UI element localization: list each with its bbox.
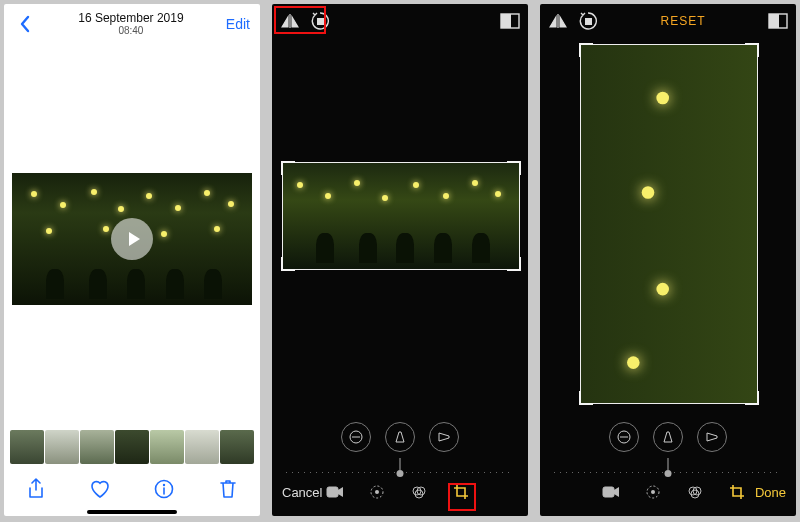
photos-viewer-screen: 16 September 2019 08:40 Edit — [4, 4, 260, 516]
trash-icon[interactable] — [217, 478, 239, 500]
crop-tab-icon[interactable] — [727, 482, 747, 502]
video-tab-icon[interactable] — [601, 482, 621, 502]
crop-canvas[interactable] — [540, 38, 796, 418]
cancel-button[interactable]: Cancel — [282, 485, 322, 500]
thumbnail[interactable] — [80, 430, 114, 464]
crop-frame[interactable] — [580, 44, 758, 404]
aspect-ratio-icon[interactable] — [500, 11, 520, 31]
svg-rect-12 — [585, 18, 592, 25]
thumbnail[interactable] — [150, 430, 184, 464]
crop-handle[interactable] — [745, 391, 759, 405]
crop-editor-portrait-screen: RESET — [540, 4, 796, 516]
perspective-horizontal-icon[interactable] — [429, 422, 459, 452]
edit-button[interactable]: Edit — [226, 16, 250, 32]
done-button[interactable]: Done — [755, 485, 786, 500]
play-icon[interactable] — [111, 218, 153, 260]
rotate-icon[interactable] — [310, 11, 330, 31]
crop-editor-landscape-screen: Cancel — [272, 4, 528, 516]
perspective-vertical-icon[interactable] — [385, 422, 415, 452]
svg-rect-16 — [603, 487, 614, 497]
straighten-icon[interactable] — [341, 422, 371, 452]
svg-point-8 — [375, 490, 379, 494]
thumbnail[interactable] — [10, 430, 44, 464]
perspective-vertical-icon[interactable] — [653, 422, 683, 452]
crop-handle[interactable] — [281, 257, 295, 271]
svg-rect-4 — [501, 14, 511, 28]
editor-header — [272, 4, 528, 38]
filters-tab-icon[interactable] — [409, 482, 429, 502]
editor-bottom-bar: Cancel — [272, 474, 528, 510]
adjust-tab-icon[interactable] — [643, 482, 663, 502]
crop-handle[interactable] — [579, 43, 593, 57]
filters-tab-icon[interactable] — [685, 482, 705, 502]
header: 16 September 2019 08:40 Edit — [4, 4, 260, 44]
flip-horizontal-icon[interactable] — [280, 11, 300, 31]
thumbnail[interactable] — [220, 430, 254, 464]
rotate-icon[interactable] — [578, 11, 598, 31]
crop-handle[interactable] — [507, 257, 521, 271]
thumbnail[interactable] — [45, 430, 79, 464]
media-viewport[interactable] — [4, 44, 260, 434]
svg-rect-6 — [327, 487, 338, 497]
svg-point-1 — [163, 484, 165, 486]
crop-handle[interactable] — [507, 161, 521, 175]
thumbnail-strip[interactable] — [4, 430, 260, 464]
date-label: 16 September 2019 — [78, 11, 183, 25]
straighten-icon[interactable] — [609, 422, 639, 452]
editor-bottom-bar: Done — [540, 474, 796, 510]
adjust-buttons — [540, 422, 796, 452]
share-icon[interactable] — [25, 478, 47, 500]
bottom-toolbar — [4, 474, 260, 504]
thumbnail[interactable] — [185, 430, 219, 464]
info-icon[interactable] — [153, 478, 175, 500]
adjust-buttons — [272, 422, 528, 452]
svg-rect-2 — [317, 18, 324, 25]
svg-rect-14 — [769, 14, 779, 28]
video-preview[interactable] — [12, 173, 252, 305]
svg-point-18 — [651, 490, 655, 494]
heart-icon[interactable] — [89, 478, 111, 500]
title-block: 16 September 2019 08:40 — [78, 11, 183, 37]
flip-horizontal-icon[interactable] — [548, 11, 568, 31]
thumbnail[interactable] — [115, 430, 149, 464]
editor-header: RESET — [540, 4, 796, 38]
back-button[interactable] — [14, 13, 36, 35]
home-indicator[interactable] — [87, 510, 177, 514]
video-tab-icon[interactable] — [325, 482, 345, 502]
aspect-ratio-icon[interactable] — [768, 11, 788, 31]
adjust-tab-icon[interactable] — [367, 482, 387, 502]
crop-handle[interactable] — [281, 161, 295, 175]
crop-handle[interactable] — [579, 391, 593, 405]
crop-tab-icon[interactable] — [451, 482, 471, 502]
reset-button[interactable]: RESET — [660, 14, 705, 28]
time-label: 08:40 — [78, 25, 183, 37]
perspective-horizontal-icon[interactable] — [697, 422, 727, 452]
crop-frame[interactable] — [282, 162, 520, 270]
crop-handle[interactable] — [745, 43, 759, 57]
crop-canvas[interactable] — [272, 38, 528, 418]
